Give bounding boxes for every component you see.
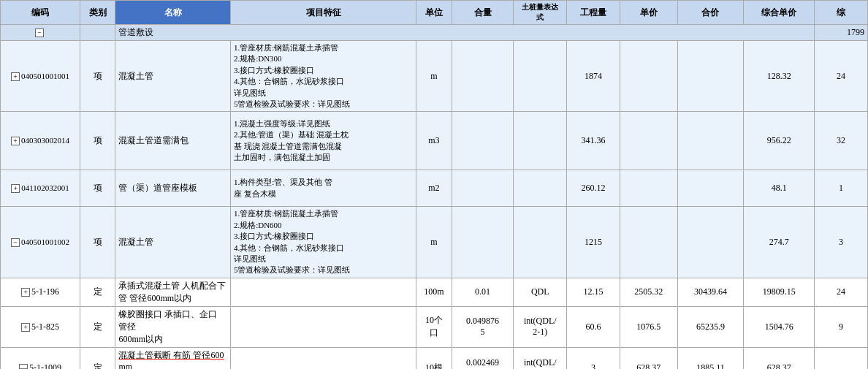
sub3-extra (815, 347, 868, 369)
row2-code: +040303002014 (1, 112, 80, 170)
sub2-qty: 0.0498765 (452, 306, 514, 347)
section-label: 管道敷设 (115, 25, 815, 41)
row4-unit: m (416, 207, 452, 278)
sub2-type: 定 (80, 306, 115, 347)
sub2-composite: 1504.76 (744, 306, 815, 347)
col-header-extra: 综 (815, 1, 868, 25)
table-row: −040501001002 项 混凝土管 1.管座材质:钢筋混凝土承插管2.规格… (1, 207, 868, 278)
row2-total (677, 112, 744, 170)
sub1-type: 定 (80, 278, 115, 306)
row4-code: −040501001002 (1, 207, 80, 278)
expand-icon-row1[interactable]: + (11, 72, 20, 81)
col-header-price: 单价 (620, 1, 677, 25)
row3-work: 260.12 (567, 170, 620, 207)
row2-pile (514, 112, 567, 170)
row4-total (677, 207, 744, 278)
col-header-pile: 土桩量表达式 (514, 1, 567, 25)
sub3-total: 1885.11 (677, 347, 744, 369)
row3-qty (452, 170, 514, 207)
sub1-extra: 24 (815, 278, 868, 306)
row2-extra: 32 (815, 112, 868, 170)
sub3-name: 混凝土管截断 有筋 管径600mm以内 (115, 347, 230, 369)
row2-features: 1.混凝土强度等级:详见图纸2.其他:管道（渠）基础 混凝土枕基 现浇 混凝土管… (230, 112, 416, 170)
col-header-name: 名称 (115, 1, 230, 25)
row4-composite: 274.7 (744, 207, 815, 278)
row4-features: 1.管座材质:钢筋混凝土承插管2.规格:DN6003.接口方式:橡胶圈接口4.其… (230, 207, 416, 278)
row3-unit: m2 (416, 170, 452, 207)
sub1-unit: 100m (416, 278, 452, 306)
sub3-unit: 10根 (416, 347, 452, 369)
row4-pile (514, 207, 567, 278)
sub1-pile: QDL (514, 278, 567, 306)
sub1-price: 2505.32 (620, 278, 677, 306)
section-expand[interactable]: − (1, 25, 80, 41)
highlighted-name: 混凝土管截断 有筋 管径600mm以内 (118, 349, 226, 369)
sub1-features (230, 278, 416, 306)
section-row: − 管道敷设 1799 (1, 25, 868, 41)
sub3-composite: 628.37 (744, 347, 815, 369)
sub3-qty: 0.0024691 (452, 347, 514, 369)
col-header-total: 合价 (677, 1, 744, 25)
row1-work: 1874 (567, 41, 620, 112)
col-header-code: 编码 (1, 1, 80, 25)
collapse-icon-sub3[interactable]: — (19, 364, 28, 369)
row4-qty (452, 207, 514, 278)
sub2-total: 65235.9 (677, 306, 744, 347)
row4-extra: 3 (815, 207, 868, 278)
row1-total (677, 41, 744, 112)
sub2-price: 1076.5 (620, 306, 677, 347)
sub2-work: 60.6 (567, 306, 620, 347)
row1-qty (452, 41, 514, 112)
row1-type: 项 (80, 41, 115, 112)
expand-icon-sub1[interactable]: + (21, 288, 30, 297)
sub2-features (230, 306, 416, 347)
collapse-icon-row4[interactable]: − (11, 238, 20, 247)
row1-price (620, 41, 677, 112)
row3-code: +041102032001 (1, 170, 80, 207)
main-table: 编码 类别 名称 项目特征 单位 合量 土桩量表达式 工程量 单价 合价 综合单… (0, 0, 868, 369)
row2-qty (452, 112, 514, 170)
expand-icon-row3[interactable]: + (11, 184, 20, 193)
table-row: +040501001001 项 混凝土管 1.管座材质:钢筋混凝土承插管2.规格… (1, 41, 868, 112)
row3-price (620, 170, 677, 207)
row1-unit: m (416, 41, 452, 112)
row1-extra: 24 (815, 41, 868, 112)
sub1-name: 承插式混凝土管 人机配合下管 管径600mm以内 (115, 278, 230, 306)
row2-name: 混凝土管道需满包 (115, 112, 230, 170)
row1-composite: 128.32 (744, 41, 815, 112)
collapse-icon[interactable]: − (35, 28, 44, 37)
row3-total (677, 170, 744, 207)
col-header-unit: 单位 (416, 1, 452, 25)
table-row: +041102032001 项 管（渠）道管座模板 1.构件类型:管、渠及其他 … (1, 170, 868, 207)
row3-features: 1.构件类型:管、渠及其他 管座 复合木模 (230, 170, 416, 207)
col-header-composite: 综合单价 (744, 1, 815, 25)
sub1-work: 12.15 (567, 278, 620, 306)
sub1-total: 30439.64 (677, 278, 744, 306)
row3-type: 项 (80, 170, 115, 207)
sub2-code: +5-1-825 (1, 306, 80, 347)
row1-features: 1.管座材质:钢筋混凝土承插管2.规格:DN3003.接口方式:橡胶圈接口4.其… (230, 41, 416, 112)
col-header-features: 项目特征 (230, 1, 416, 25)
sub1-qty: 0.01 (452, 278, 514, 306)
expand-icon-sub2[interactable]: + (21, 323, 30, 332)
sub2-pile: int(QDL/2-1) (514, 306, 567, 347)
row2-price (620, 112, 677, 170)
table-row: +5-1-825 定 橡胶圈接口 承插口、企口 管径600mm以内 10个口 0… (1, 306, 868, 347)
sub3-price: 628.37 (620, 347, 677, 369)
expand-icon-row2[interactable]: + (11, 137, 20, 145)
row2-unit: m3 (416, 112, 452, 170)
main-table-container: 编码 类别 名称 项目特征 单位 合量 土桩量表达式 工程量 单价 合价 综合单… (0, 0, 868, 369)
row1-name: 混凝土管 (115, 41, 230, 112)
row2-work: 341.36 (567, 112, 620, 170)
row1-pile (514, 41, 567, 112)
sub3-pile: int(QDL/40) (514, 347, 567, 369)
col-header-work: 工程量 (567, 1, 620, 25)
sub2-extra: 9 (815, 306, 868, 347)
row3-extra: 1 (815, 170, 868, 207)
row2-composite: 956.22 (744, 112, 815, 170)
sub3-features (230, 347, 416, 369)
row1-code: +040501001001 (1, 41, 80, 112)
table-header: 编码 类别 名称 项目特征 单位 合量 土桩量表达式 工程量 单价 合价 综合单… (1, 1, 868, 25)
sub3-code: —5-1-1009 (1, 347, 80, 369)
row4-type: 项 (80, 207, 115, 278)
